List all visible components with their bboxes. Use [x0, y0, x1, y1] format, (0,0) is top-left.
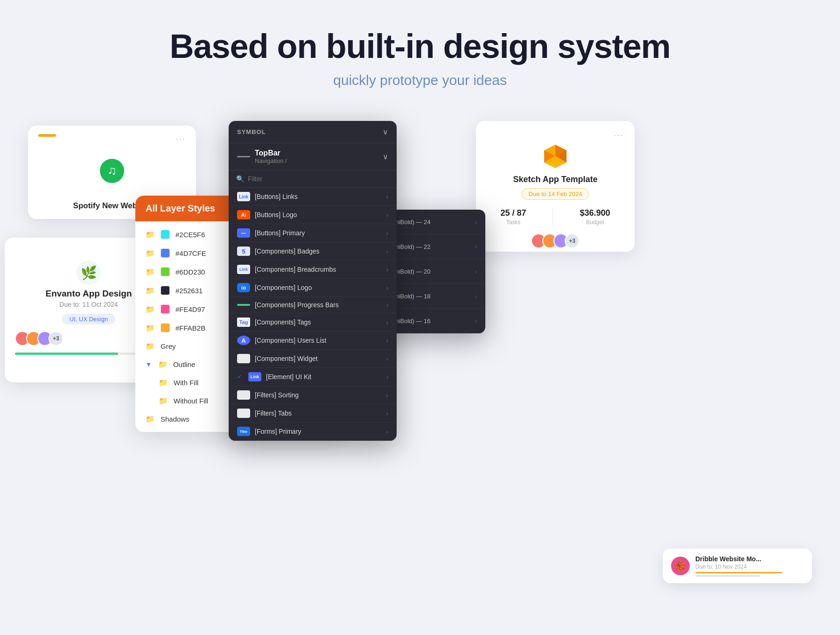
symbol-item[interactable]: 5 [Components] Badges › [229, 242, 397, 261]
spotify-dots[interactable]: ··· [176, 134, 186, 144]
avatar-count: +3 [49, 331, 63, 346]
symbol-chevron-icon[interactable]: ∨ [383, 127, 388, 136]
symbol-item[interactable]: [Filters] Tabs › [229, 404, 397, 423]
tabs-icon [237, 409, 250, 418]
symbol-item[interactable]: [Filters] Sorting › [229, 386, 397, 404]
chevron-right-icon: › [386, 337, 388, 344]
chevron-right-icon: › [475, 293, 477, 300]
sketch-budget: $36.900 Budget [580, 208, 610, 227]
sketch-stats: 25 / 87 Tasks $36.900 Budget [487, 208, 623, 227]
color-swatch [161, 286, 170, 295]
folder-icon: 📁 [146, 268, 155, 276]
chevron-right-icon: › [386, 302, 388, 309]
checkmark-icon: ✓ [237, 374, 242, 380]
symbol-item[interactable]: Tag [Components] Tags › [229, 313, 397, 332]
folder-icon: 📁 [159, 378, 168, 387]
folder-icon: 📁 [146, 324, 155, 332]
filters-icon [237, 390, 250, 400]
chevron-right-icon: › [386, 193, 388, 200]
sketch-dots[interactable]: ··· [487, 130, 623, 140]
symbol-item[interactable]: A [Components] Users List › [229, 332, 397, 350]
symbol-topbar: TopBar Navigation / ∨ [229, 143, 397, 170]
symbol-item-element[interactable]: ✓ Link [Element] UI Kit › [229, 368, 397, 386]
chevron-right-icon: › [475, 318, 477, 325]
with-fill-label: With Fill [174, 379, 198, 387]
page-subtitle: quickly prototype your ideas [0, 72, 840, 88]
sketch-due-badge: Due to 14 Feb 2024 [487, 188, 623, 200]
symbol-header: SYMBOL ∨ [229, 121, 397, 143]
dribble-icon: 🏀 [671, 557, 690, 575]
folder-icon: 📁 [146, 305, 155, 314]
symbol-item-label: [Filters] Sorting [255, 391, 382, 399]
dribble-notification: 🏀 Dribble Website Mo... Due to: 10 Nov 2… [663, 549, 812, 583]
chevron-right-icon: › [475, 243, 477, 250]
chevron-right-icon: › [386, 428, 388, 435]
breadcrumb-icon: Link [237, 265, 250, 274]
tasks-label: Tasks [500, 219, 526, 226]
chevron-right-icon: › [386, 248, 388, 255]
symbol-item[interactable]: Title [Forms] Primary › [229, 423, 397, 441]
symbol-item[interactable]: [Components] Widget › [229, 350, 397, 368]
spotify-orange-bar [38, 134, 56, 137]
budget-label: Budget [580, 219, 610, 226]
color-label: #6DD230 [175, 268, 205, 276]
symbol-item[interactable]: io [Components] Logo › [229, 279, 397, 297]
spotify-card-top: ··· [38, 134, 186, 144]
dribble-text: Dribble Website Mo... Due to: 10 Nov 202… [695, 555, 804, 577]
symbol-item-label: [Buttons] Primary [255, 229, 382, 237]
element-icon: Link [248, 372, 261, 381]
spotify-logo-icon: ♫ [100, 159, 124, 183]
symbol-item[interactable]: Ai [Buttons] Logo › [229, 206, 397, 224]
dribble-due: Due to: 10 Nov 2024 [695, 564, 804, 570]
symbol-item[interactable]: — [Buttons] Primary › [229, 224, 397, 242]
symbol-item[interactable]: [Components] Progress Bars › [229, 297, 397, 313]
chevron-right-icon: › [386, 319, 388, 326]
dribble-bar-2 [695, 575, 760, 577]
tag-icon: Tag [237, 318, 250, 327]
envanto-logo-icon: 🌿 [77, 261, 101, 285]
symbol-item[interactable]: Link [Components] Breadcrumbs › [229, 261, 397, 279]
envanto-tag: UI, UX Design [62, 314, 115, 325]
sketch-logo-icon [542, 143, 569, 170]
main-area: ··· ♫ Spotify New Website ··· 🌿 Envanto … [0, 107, 840, 621]
progress-icon [237, 304, 250, 306]
widget-icon [237, 354, 250, 363]
topbar-line-icon [237, 156, 250, 157]
color-swatch [161, 323, 170, 332]
sketch-logo-wrap [487, 143, 623, 170]
grey-label: Grey [161, 342, 176, 350]
symbol-items-list: Link [Buttons] Links › Ai [Buttons] Logo… [229, 188, 397, 441]
chevron-right-icon: › [386, 284, 388, 291]
sketch-card: ··· Sketch App Template Due to 14 Feb 20… [476, 121, 635, 252]
link-icon: Link [237, 192, 250, 201]
symbol-item-label: [Filters] Tabs [255, 409, 382, 417]
symbol-item[interactable]: Link [Buttons] Links › [229, 188, 397, 206]
without-fill-label: Without Fill [174, 397, 208, 405]
tasks-value: 25 / 87 [500, 208, 526, 218]
badge-icon: 5 [237, 247, 250, 256]
symbol-item-label: [Components] Widget [255, 355, 382, 362]
symbol-item-label: [Components] Breadcrumbs [255, 266, 382, 273]
symbol-panel: SYMBOL ∨ TopBar Navigation / ∨ 🔍 Link [B… [229, 121, 397, 441]
symbol-item-label: [Buttons] Logo [255, 211, 382, 219]
symbol-item-label: [Components] Badges [255, 247, 382, 255]
forms-icon: Title [237, 427, 250, 436]
chevron-right-icon: › [386, 410, 388, 417]
chevron-down-icon: ▼ [146, 361, 152, 368]
dribble-title: Dribble Website Mo... [695, 555, 804, 563]
stat-divider [553, 208, 553, 227]
logo2-icon: io [237, 283, 250, 292]
color-swatch [161, 230, 170, 239]
color-swatch [161, 248, 170, 258]
color-label: #252631 [175, 287, 203, 295]
chevron-right-icon: › [386, 230, 388, 237]
chevron-right-icon: › [386, 392, 388, 399]
filter-input[interactable] [248, 175, 389, 183]
dribble-bars [695, 572, 804, 577]
chevron-right-icon: › [475, 219, 477, 226]
chevron-right-icon: › [386, 355, 388, 362]
symbol-item-label: [Components] Logo [255, 284, 382, 291]
avatar-count: +3 [565, 233, 580, 248]
color-label: #FFAB2B [175, 324, 205, 332]
topbar-chevron-icon[interactable]: ∨ [383, 152, 388, 161]
